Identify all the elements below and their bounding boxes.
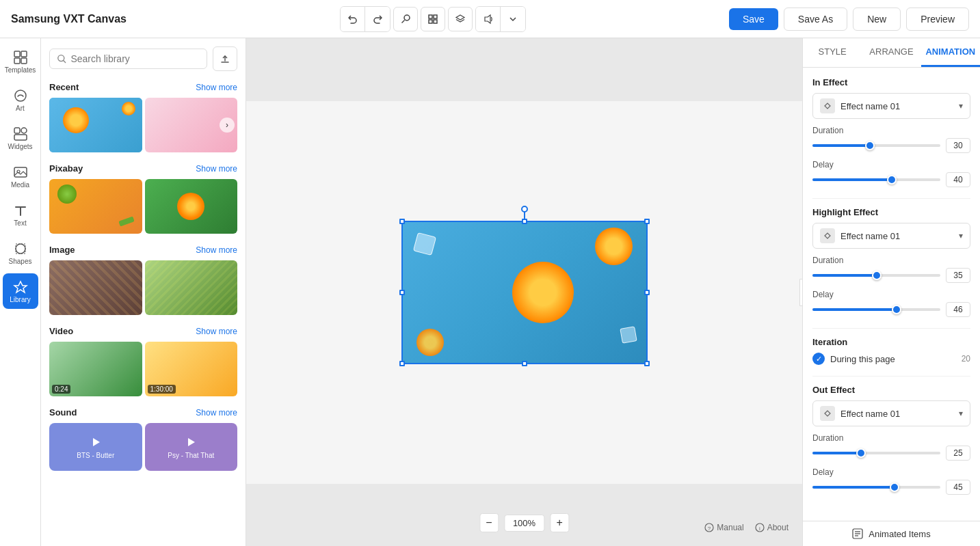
- pixabay-item-2[interactable]: [145, 179, 238, 234]
- video-item-1[interactable]: 0:24: [49, 342, 142, 396]
- video-show-more[interactable]: Show more: [196, 327, 237, 336]
- image-section-header: Image Show more: [49, 245, 237, 255]
- out-effect-duration-slider[interactable]: [812, 452, 940, 454]
- audio-button[interactable]: [476, 7, 501, 31]
- handle-bc[interactable]: [522, 361, 527, 366]
- search-input-wrap[interactable]: [49, 49, 207, 69]
- recent-section-header: Recent Show more: [49, 82, 237, 92]
- tab-style[interactable]: STYLE: [803, 38, 862, 67]
- handle-tc[interactable]: [522, 219, 527, 224]
- sidebar-item-widgets[interactable]: Widgets: [3, 120, 38, 156]
- highlight-effect-delay-thumb[interactable]: [892, 305, 901, 314]
- in-effect-delay-thumb[interactable]: [887, 175, 897, 185]
- layers-button[interactable]: [448, 7, 473, 31]
- svg-rect-14: [14, 135, 27, 140]
- image-show-more[interactable]: Show more: [196, 245, 237, 255]
- pixabay-item-1[interactable]: [49, 179, 142, 234]
- expand-right-button[interactable]: ›: [799, 279, 802, 306]
- recent-show-more[interactable]: Show more: [196, 83, 237, 92]
- redo-button[interactable]: [365, 7, 390, 31]
- upload-button[interactable]: [213, 46, 237, 71]
- sidebar-item-media[interactable]: Media: [3, 159, 38, 194]
- out-effect-delay-fill: [812, 486, 895, 489]
- out-effect-duration-thumb[interactable]: [856, 448, 866, 458]
- audio-dropdown-button[interactable]: [501, 7, 525, 31]
- recent-item-2[interactable]: ›: [145, 98, 238, 152]
- animated-items-button[interactable]: Animated Items: [803, 521, 980, 546]
- tab-arrange[interactable]: ARRANGE: [862, 38, 921, 67]
- save-button[interactable]: Save: [729, 8, 778, 30]
- handle-tr[interactable]: [644, 219, 650, 224]
- image-item-2[interactable]: [145, 260, 238, 315]
- recent-item-1[interactable]: [49, 98, 142, 152]
- svg-rect-12: [14, 128, 20, 133]
- pixabay-show-more[interactable]: Show more: [196, 164, 237, 174]
- sound-show-more[interactable]: Show more: [196, 408, 237, 418]
- out-effect-delay-thumb[interactable]: [890, 482, 899, 492]
- preview-button[interactable]: Preview: [906, 8, 969, 31]
- iteration-section: Iteration ✓ During this page 20: [812, 337, 970, 365]
- out-effect-chevron: ▾: [959, 409, 963, 418]
- main-layout: Templates Art Widgets Media Text Shapes …: [0, 38, 980, 546]
- orange-small: [595, 228, 633, 265]
- manual-link[interactable]: ? Manual: [704, 523, 743, 532]
- in-effect-duration-label: Duration: [812, 126, 970, 135]
- sidebar-item-art[interactable]: Art: [3, 82, 38, 118]
- save-as-button[interactable]: Save As: [784, 8, 847, 31]
- handle-ml[interactable]: [399, 290, 405, 295]
- in-effect-delay: Delay 40: [812, 160, 970, 187]
- video-item-2[interactable]: 1:30:00: [145, 342, 238, 396]
- svg-marker-32: [825, 411, 830, 416]
- sound-item-1[interactable]: BTS - Butter: [49, 423, 142, 471]
- svg-marker-30: [825, 103, 830, 109]
- out-effect-dropdown[interactable]: Effect name 01 ▾: [812, 400, 970, 426]
- rotate-handle[interactable]: [521, 206, 528, 213]
- zoom-out-button[interactable]: −: [479, 513, 499, 532]
- sidebar-item-templates[interactable]: Templates: [3, 44, 38, 79]
- sound-grid: BTS - Butter Psy - That That: [49, 423, 237, 471]
- zoom-in-button[interactable]: +: [550, 513, 569, 532]
- sound-item-2[interactable]: Psy - That That: [145, 423, 238, 471]
- pixabay-title: Pixabay: [49, 163, 83, 174]
- toolbar-right: Save Save As New Preview: [729, 8, 969, 31]
- highlight-effect-duration-slider[interactable]: [812, 274, 940, 277]
- about-link[interactable]: i About: [755, 523, 789, 532]
- highlight-effect-dropdown[interactable]: Effect name 01 ▾: [812, 223, 970, 249]
- grid-button[interactable]: [421, 7, 445, 31]
- in-effect-duration: Duration 30: [812, 126, 970, 153]
- audio-group: [475, 6, 526, 32]
- iteration-checkbox[interactable]: ✓: [812, 353, 825, 365]
- handle-bl[interactable]: [399, 361, 405, 366]
- out-effect-delay: Delay 45: [812, 467, 970, 495]
- handle-mr[interactable]: [644, 290, 650, 295]
- search-input[interactable]: [70, 53, 200, 64]
- highlight-effect-delay-value: 46: [946, 302, 970, 317]
- handle-tl[interactable]: [399, 219, 405, 224]
- style-button[interactable]: [393, 7, 418, 31]
- out-effect-delay-slider[interactable]: [812, 486, 940, 489]
- pixabay-grid: [49, 179, 237, 234]
- iteration-value: 20: [962, 354, 970, 364]
- canvas-content[interactable]: [401, 221, 648, 364]
- highlight-effect-duration-thumb[interactable]: [872, 271, 882, 280]
- in-effect-duration-slider[interactable]: [812, 144, 940, 147]
- sidebar-item-library[interactable]: Library: [3, 273, 38, 309]
- image-item-1[interactable]: [49, 260, 142, 315]
- in-effect-delay-slider[interactable]: [812, 178, 940, 181]
- sidebar-item-shapes[interactable]: Shapes: [3, 235, 38, 271]
- in-effect-duration-thumb[interactable]: [865, 141, 875, 150]
- tab-animation[interactable]: ANIMATION: [921, 38, 980, 67]
- undo-button[interactable]: [341, 7, 365, 31]
- highlight-effect-delay-slider[interactable]: [812, 308, 940, 311]
- in-effect-delay-fill: [812, 178, 892, 181]
- canvas-workspace: [246, 101, 802, 484]
- animation-content: In Effect Effect name 01 ▾ Duration: [803, 68, 980, 521]
- in-effect-dropdown[interactable]: Effect name 01 ▾: [812, 93, 970, 119]
- svg-rect-15: [14, 167, 27, 177]
- handle-br[interactable]: [644, 361, 650, 366]
- new-button[interactable]: New: [853, 8, 901, 31]
- in-effect-duration-fill: [812, 144, 870, 147]
- sidebar-item-text[interactable]: Text: [3, 197, 38, 232]
- canvas-area: ‹: [246, 38, 802, 546]
- highlight-effect-duration: Duration 35: [812, 256, 970, 283]
